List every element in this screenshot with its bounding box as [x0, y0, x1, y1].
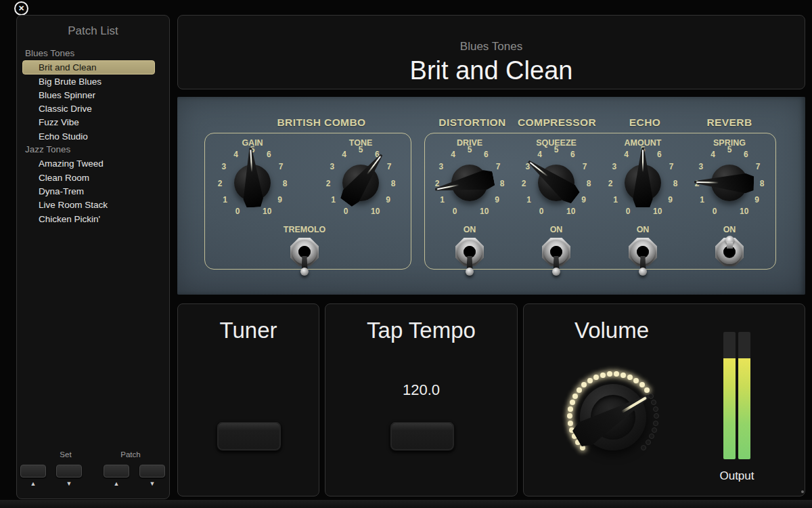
- knob-scale-number: 0: [535, 207, 548, 217]
- volume-dot: [653, 421, 658, 426]
- knob-scale-number: 10: [261, 207, 274, 217]
- knob-scale-number: 2: [604, 179, 617, 190]
- knob-scale-number: 5: [549, 145, 563, 156]
- knob-scale-number: 6: [479, 150, 493, 161]
- knob-indicator-line: [642, 150, 644, 172]
- switch-label: TREMOLO: [254, 225, 355, 234]
- volume-dot: [649, 433, 654, 439]
- patch-list-panel: Patch List Blues TonesBrit and CleanBig …: [16, 15, 170, 499]
- volume-dot: [639, 382, 645, 387]
- knob-scale-number: 9: [491, 195, 504, 206]
- volume-dot: [567, 413, 572, 419]
- volume-knob[interactable]: [524, 304, 713, 497]
- knob-scale-number: 3: [434, 162, 448, 173]
- section-title-british-combo: BRITISH COMBO: [264, 117, 379, 129]
- patch-item[interactable]: Fuzz Vibe: [22, 115, 155, 129]
- tap-tempo-title: Tap Tempo: [325, 319, 517, 342]
- knob-scale-number: 6: [262, 150, 275, 161]
- knob-scale-number: 7: [491, 162, 505, 173]
- volume-dot: [651, 400, 656, 405]
- knob-scale-number: 10: [651, 207, 664, 217]
- toggle-on-4[interactable]: ON: [679, 219, 780, 295]
- set-up-button[interactable]: [20, 465, 46, 478]
- volume-dot: [644, 387, 650, 393]
- volume-dot: [641, 445, 646, 450]
- tempo-value: 120.0: [325, 382, 517, 398]
- tap-tempo-panel: Tap Tempo 120.0: [325, 303, 518, 496]
- toggle-handle-tip: [300, 268, 309, 276]
- knob-scale-number: 2: [321, 179, 335, 190]
- volume-dot: [654, 413, 659, 419]
- screw-dot: [801, 490, 804, 493]
- toggle-handle-tip: [466, 268, 474, 276]
- output-label: Output: [696, 469, 777, 483]
- knob-scale-number: 8: [755, 179, 769, 190]
- switch-label: ON: [679, 225, 780, 234]
- knob-scale-number: 7: [751, 162, 765, 173]
- knob-scale-number: 10: [478, 207, 491, 217]
- section-title-reverb: REVERB: [672, 117, 787, 129]
- knob-scale-number: 10: [564, 207, 578, 217]
- volume-dot: [652, 427, 657, 433]
- knob-scale-number: 0: [231, 207, 244, 217]
- patch-item[interactable]: Clean Room: [22, 171, 155, 184]
- patch-item[interactable]: Big Brute Blues: [22, 75, 155, 88]
- knob-scale-number: 0: [621, 207, 635, 217]
- tuner-button[interactable]: [217, 421, 281, 451]
- toggle-handle-tip: [639, 268, 647, 276]
- volume-dot: [614, 371, 619, 377]
- knob-scale-number: 7: [382, 162, 396, 173]
- volume-dot: [607, 371, 612, 377]
- knob-scale-number: 1: [326, 195, 340, 206]
- patch-item[interactable]: Live Room Stack: [22, 198, 155, 211]
- down-arrow-icon: ▼: [139, 480, 165, 487]
- volume-dot: [577, 387, 582, 393]
- tap-tempo-button[interactable]: [390, 421, 455, 451]
- up-arrow-icon: ▲: [104, 480, 129, 487]
- toggle-tremolo-0[interactable]: TREMOLO: [254, 219, 355, 295]
- patch-list-title: Patch List: [17, 24, 169, 38]
- knob-scale-number: 1: [608, 195, 622, 206]
- volume-dot: [570, 400, 575, 405]
- knob-scale-number: 9: [750, 195, 764, 206]
- knob-scale-number: 4: [533, 150, 547, 161]
- knob-scale-number: 10: [738, 207, 751, 217]
- patch-item[interactable]: Amazing Tweed: [22, 156, 155, 170]
- tuner-panel: Tuner: [177, 303, 319, 496]
- patch-up-button[interactable]: [104, 465, 129, 478]
- meter-level: [723, 358, 736, 459]
- knob-scale-number: 0: [708, 207, 721, 217]
- knob-scale-number: 1: [218, 195, 231, 206]
- patch-group-header: Blues Tones: [17, 47, 169, 60]
- knob-scale-number: 3: [217, 162, 231, 173]
- patch-item[interactable]: Classic Drive: [22, 102, 155, 115]
- tuner-title: Tuner: [178, 319, 319, 342]
- knob-scale-number: 3: [325, 162, 339, 173]
- close-button[interactable]: ✕: [14, 1, 28, 16]
- up-arrow-icon: ▲: [20, 480, 46, 487]
- volume-dot: [600, 373, 606, 378]
- patch-item[interactable]: Dyna-Trem: [22, 184, 155, 198]
- knob-scale-number: 2: [213, 179, 227, 190]
- knob-scale-number: 7: [274, 162, 288, 173]
- amp-panel: BRITISH COMBO DISTORTION COMPRESSOR ECHO…: [177, 97, 805, 295]
- patch-item[interactable]: Blues Spinner: [22, 88, 155, 102]
- knob-scale-number: 6: [652, 150, 666, 161]
- patch-item[interactable]: Brit and Clean: [22, 60, 155, 74]
- knob-scale-number: 9: [382, 195, 395, 206]
- knob-scale-number: 10: [369, 207, 382, 217]
- patch-down-button[interactable]: [139, 465, 165, 478]
- knob-scale-number: 5: [354, 145, 367, 156]
- volume-dot: [621, 373, 626, 378]
- output-meter-left: [723, 332, 736, 459]
- knob-scale-number: 0: [339, 207, 353, 217]
- set-down-button[interactable]: [56, 465, 82, 478]
- knob-scale-number: 9: [577, 195, 591, 206]
- volume-dot: [646, 440, 651, 445]
- volume-dot: [627, 375, 633, 380]
- volume-dot: [593, 375, 599, 380]
- patch-label: Patch: [114, 450, 147, 459]
- patch-item[interactable]: Echo Studio: [22, 129, 155, 143]
- patch-item[interactable]: Chicken Pickin': [22, 212, 155, 226]
- bottom-strip: [0, 500, 812, 508]
